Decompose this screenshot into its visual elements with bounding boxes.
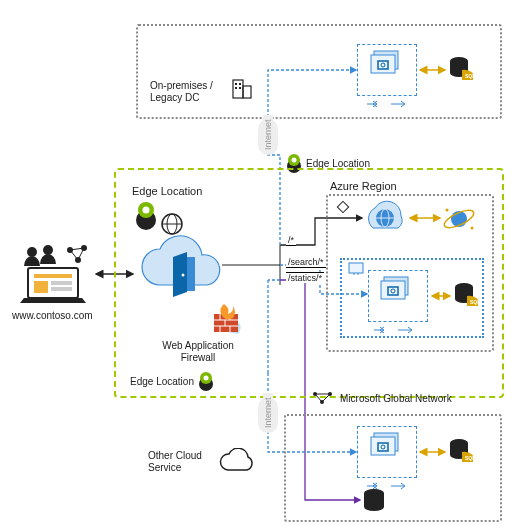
- route-search: /search/*: [286, 257, 326, 268]
- svg-rect-75: [34, 281, 48, 293]
- waf-label: Web Application Firewall: [148, 340, 248, 364]
- svg-rect-11: [243, 86, 251, 98]
- sql-database-icon-2: SQL: [452, 282, 478, 310]
- svg-rect-14: [235, 87, 237, 89]
- network-icon: [310, 390, 336, 406]
- vm-scale-set-icon: [368, 48, 408, 84]
- vm-icon: [348, 262, 364, 276]
- front-door-icon: [135, 235, 225, 307]
- svg-rect-10: [233, 80, 243, 98]
- sql-database-icon-3: SQL: [447, 438, 473, 466]
- route-root: /*: [286, 235, 296, 246]
- svg-point-68: [27, 247, 37, 257]
- svg-rect-17: [371, 55, 395, 73]
- svg-point-69: [43, 245, 53, 255]
- svg-rect-58: [349, 263, 363, 273]
- svg-text:SQL: SQL: [470, 299, 478, 305]
- cloud-icon: [218, 448, 258, 474]
- svg-point-51: [471, 227, 474, 230]
- svg-point-33: [182, 274, 185, 277]
- other-cloud-label: Other Cloud Service: [148, 450, 218, 474]
- database-icon: [362, 488, 386, 516]
- svg-rect-77: [51, 287, 72, 291]
- scale-arrows-icon-2: [372, 324, 416, 336]
- svg-point-28: [143, 207, 150, 214]
- internet-label-top: Internet: [263, 115, 273, 154]
- app-service-icon: [365, 200, 405, 236]
- app-tile-icon: [336, 200, 350, 214]
- vm-scale-set-icon-3: [368, 430, 408, 466]
- svg-point-50: [446, 209, 449, 212]
- svg-rect-53: [381, 281, 405, 299]
- svg-rect-74: [34, 274, 72, 278]
- vm-scale-set-icon-2: [378, 274, 418, 310]
- svg-rect-44: [337, 201, 348, 212]
- svg-rect-13: [239, 83, 241, 85]
- svg-text:SQL: SQL: [465, 455, 473, 461]
- svg-point-48: [451, 211, 467, 227]
- route-statics: /statics/*: [286, 272, 324, 283]
- building-icon: [230, 76, 254, 100]
- svg-text:SQL: SQL: [465, 73, 473, 79]
- svg-rect-76: [51, 281, 72, 285]
- onprem-title: On-premises / Legacy DC: [150, 80, 230, 104]
- svg-point-43: [204, 376, 209, 381]
- firewall-icon: [210, 300, 246, 336]
- client-url: www.contoso.com: [12, 310, 93, 322]
- location-pin-icon-2: [132, 200, 160, 230]
- ms-global-network-label: Microsoft Global Network: [340, 393, 452, 405]
- svg-point-23: [292, 158, 297, 163]
- internet-label-bottom: Internet: [263, 393, 273, 432]
- users-icon: [18, 244, 94, 304]
- location-pin-icon-3: [196, 370, 216, 392]
- azure-region-title: Azure Region: [330, 180, 397, 193]
- scale-arrows-icon: [365, 98, 409, 110]
- edge-location-title: Edge Location: [132, 185, 202, 198]
- sql-database-icon: SQL: [447, 56, 473, 84]
- cosmos-db-icon: [442, 202, 478, 236]
- svg-rect-15: [239, 87, 241, 89]
- edge-location-label-bottom: Edge Location: [130, 376, 194, 388]
- svg-rect-62: [371, 437, 395, 455]
- svg-rect-12: [235, 83, 237, 85]
- globe-icon: [160, 212, 184, 236]
